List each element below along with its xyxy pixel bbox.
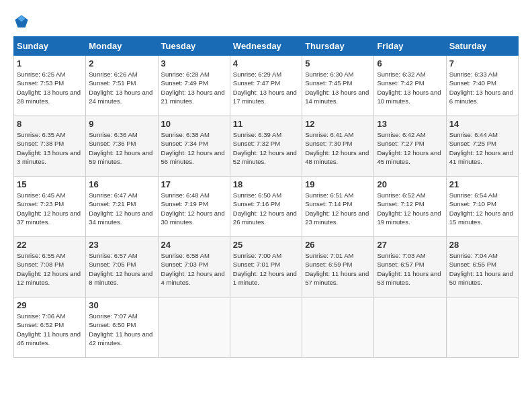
day-number: 5: [305, 58, 371, 68]
day-info: Sunrise: 7:04 AMSunset: 6:55 PMDaylight:…: [449, 251, 515, 287]
weekday-header-row: SundayMondayTuesdayWednesdayThursdayFrid…: [14, 37, 519, 56]
day-info: Sunrise: 6:44 AMSunset: 7:25 PMDaylight:…: [449, 130, 515, 166]
day-info: Sunrise: 7:07 AMSunset: 6:50 PMDaylight:…: [89, 312, 154, 347]
day-number: 11: [233, 119, 299, 129]
day-info: Sunrise: 7:00 AMSunset: 7:01 PMDaylight:…: [233, 251, 299, 287]
calendar-cell: [302, 298, 374, 358]
calendar-cell: [158, 298, 230, 358]
day-number: 26: [305, 240, 371, 250]
calendar-cell: [230, 298, 302, 358]
day-number: 7: [449, 58, 515, 68]
calendar-cell: 20Sunrise: 6:52 AMSunset: 7:12 PMDayligh…: [374, 177, 446, 237]
day-info: Sunrise: 6:39 AMSunset: 7:32 PMDaylight:…: [233, 130, 299, 166]
day-info: Sunrise: 6:50 AMSunset: 7:16 PMDaylight:…: [233, 191, 299, 226]
calendar-cell: 24Sunrise: 6:58 AMSunset: 7:03 PMDayligh…: [158, 237, 230, 298]
day-number: 17: [161, 179, 227, 189]
calendar-cell: 5Sunrise: 6:30 AMSunset: 7:45 PMDaylight…: [302, 56, 374, 116]
day-info: Sunrise: 6:57 AMSunset: 7:05 PMDaylight:…: [89, 251, 154, 287]
calendar-cell: 9Sunrise: 6:36 AMSunset: 7:36 PMDaylight…: [86, 116, 158, 177]
calendar-cell: 23Sunrise: 6:57 AMSunset: 7:05 PMDayligh…: [86, 237, 158, 298]
calendar-cell: 6Sunrise: 6:32 AMSunset: 7:42 PMDaylight…: [374, 56, 446, 116]
calendar-cell: 19Sunrise: 6:51 AMSunset: 7:14 PMDayligh…: [302, 177, 374, 237]
day-number: 3: [161, 58, 227, 68]
day-info: Sunrise: 6:32 AMSunset: 7:42 PMDaylight:…: [377, 70, 443, 105]
day-number: 14: [449, 119, 515, 129]
day-number: 2: [89, 58, 154, 68]
day-info: Sunrise: 6:28 AMSunset: 7:49 PMDaylight:…: [161, 70, 227, 105]
day-number: 16: [89, 179, 154, 189]
day-info: Sunrise: 6:41 AMSunset: 7:30 PMDaylight:…: [305, 130, 371, 166]
day-number: 10: [161, 119, 227, 129]
day-number: 29: [17, 300, 83, 310]
weekday-header-wednesday: Wednesday: [230, 37, 302, 56]
day-number: 18: [233, 179, 299, 189]
weekday-header-saturday: Saturday: [446, 37, 518, 56]
day-number: 9: [89, 119, 154, 129]
calendar-cell: 17Sunrise: 6:48 AMSunset: 7:19 PMDayligh…: [158, 177, 230, 237]
day-info: Sunrise: 6:29 AMSunset: 7:47 PMDaylight:…: [233, 70, 299, 105]
calendar-table: SundayMondayTuesdayWednesdayThursdayFrid…: [13, 36, 519, 358]
day-info: Sunrise: 7:01 AMSunset: 6:59 PMDaylight:…: [305, 251, 371, 287]
day-info: Sunrise: 6:54 AMSunset: 7:10 PMDaylight:…: [449, 191, 515, 226]
calendar-cell: 14Sunrise: 6:44 AMSunset: 7:25 PMDayligh…: [446, 116, 518, 177]
day-number: 30: [89, 300, 154, 310]
day-number: 15: [17, 179, 83, 189]
calendar-cell: 18Sunrise: 6:50 AMSunset: 7:16 PMDayligh…: [230, 177, 302, 237]
calendar-cell: 3Sunrise: 6:28 AMSunset: 7:49 PMDaylight…: [158, 56, 230, 116]
weekday-header-friday: Friday: [374, 37, 446, 56]
day-info: Sunrise: 6:38 AMSunset: 7:34 PMDaylight:…: [161, 130, 227, 166]
weekday-header-thursday: Thursday: [302, 37, 374, 56]
calendar-week-4: 22Sunrise: 6:55 AMSunset: 7:08 PMDayligh…: [14, 237, 519, 298]
calendar-week-2: 8Sunrise: 6:35 AMSunset: 7:38 PMDaylight…: [14, 116, 519, 177]
day-number: 23: [89, 240, 154, 250]
calendar-week-1: 1Sunrise: 6:25 AMSunset: 7:53 PMDaylight…: [14, 56, 519, 116]
calendar-cell: 25Sunrise: 7:00 AMSunset: 7:01 PMDayligh…: [230, 237, 302, 298]
calendar-cell: 28Sunrise: 7:04 AMSunset: 6:55 PMDayligh…: [446, 237, 518, 298]
calendar-cell: [374, 298, 446, 358]
calendar-cell: 2Sunrise: 6:26 AMSunset: 7:51 PMDaylight…: [86, 56, 158, 116]
day-number: 24: [161, 240, 227, 250]
day-info: Sunrise: 6:26 AMSunset: 7:51 PMDaylight:…: [89, 70, 154, 105]
day-info: Sunrise: 7:06 AMSunset: 6:52 PMDaylight:…: [17, 312, 83, 347]
calendar-cell: 29Sunrise: 7:06 AMSunset: 6:52 PMDayligh…: [14, 298, 86, 358]
day-info: Sunrise: 6:47 AMSunset: 7:21 PMDaylight:…: [89, 191, 154, 226]
day-number: 21: [449, 179, 515, 189]
calendar-cell: 16Sunrise: 6:47 AMSunset: 7:21 PMDayligh…: [86, 177, 158, 237]
day-number: 4: [233, 58, 299, 68]
day-info: Sunrise: 6:45 AMSunset: 7:23 PMDaylight:…: [17, 191, 83, 226]
calendar-cell: 1Sunrise: 6:25 AMSunset: 7:53 PMDaylight…: [14, 56, 86, 116]
calendar-cell: 30Sunrise: 7:07 AMSunset: 6:50 PMDayligh…: [86, 298, 158, 358]
day-number: 20: [377, 179, 443, 189]
calendar-cell: 13Sunrise: 6:42 AMSunset: 7:27 PMDayligh…: [374, 116, 446, 177]
day-info: Sunrise: 6:55 AMSunset: 7:08 PMDaylight:…: [17, 251, 83, 287]
weekday-header-tuesday: Tuesday: [158, 37, 230, 56]
calendar-cell: 7Sunrise: 6:33 AMSunset: 7:40 PMDaylight…: [446, 56, 518, 116]
calendar-cell: 26Sunrise: 7:01 AMSunset: 6:59 PMDayligh…: [302, 237, 374, 298]
day-number: 22: [17, 240, 83, 250]
day-info: Sunrise: 6:51 AMSunset: 7:14 PMDaylight:…: [305, 191, 371, 226]
day-number: 28: [449, 240, 515, 250]
calendar-cell: 12Sunrise: 6:41 AMSunset: 7:30 PMDayligh…: [302, 116, 374, 177]
logo: [13, 13, 32, 30]
day-number: 6: [377, 58, 443, 68]
calendar-cell: [446, 298, 518, 358]
page-header: [13, 13, 519, 30]
weekday-header-monday: Monday: [86, 37, 158, 56]
day-info: Sunrise: 6:48 AMSunset: 7:19 PMDaylight:…: [161, 191, 227, 226]
calendar-cell: 15Sunrise: 6:45 AMSunset: 7:23 PMDayligh…: [14, 177, 86, 237]
day-number: 19: [305, 179, 371, 189]
day-info: Sunrise: 6:42 AMSunset: 7:27 PMDaylight:…: [377, 130, 443, 166]
day-info: Sunrise: 6:33 AMSunset: 7:40 PMDaylight:…: [449, 70, 515, 105]
calendar-week-5: 29Sunrise: 7:06 AMSunset: 6:52 PMDayligh…: [14, 298, 519, 358]
day-info: Sunrise: 6:30 AMSunset: 7:45 PMDaylight:…: [305, 70, 371, 105]
calendar-cell: 4Sunrise: 6:29 AMSunset: 7:47 PMDaylight…: [230, 56, 302, 116]
day-info: Sunrise: 6:36 AMSunset: 7:36 PMDaylight:…: [89, 130, 154, 166]
calendar-cell: 21Sunrise: 6:54 AMSunset: 7:10 PMDayligh…: [446, 177, 518, 237]
day-number: 1: [17, 58, 83, 68]
weekday-header-sunday: Sunday: [14, 37, 86, 56]
calendar-cell: 11Sunrise: 6:39 AMSunset: 7:32 PMDayligh…: [230, 116, 302, 177]
calendar-week-3: 15Sunrise: 6:45 AMSunset: 7:23 PMDayligh…: [14, 177, 519, 237]
day-number: 12: [305, 119, 371, 129]
day-info: Sunrise: 6:58 AMSunset: 7:03 PMDaylight:…: [161, 251, 227, 287]
logo-icon: [13, 13, 30, 30]
